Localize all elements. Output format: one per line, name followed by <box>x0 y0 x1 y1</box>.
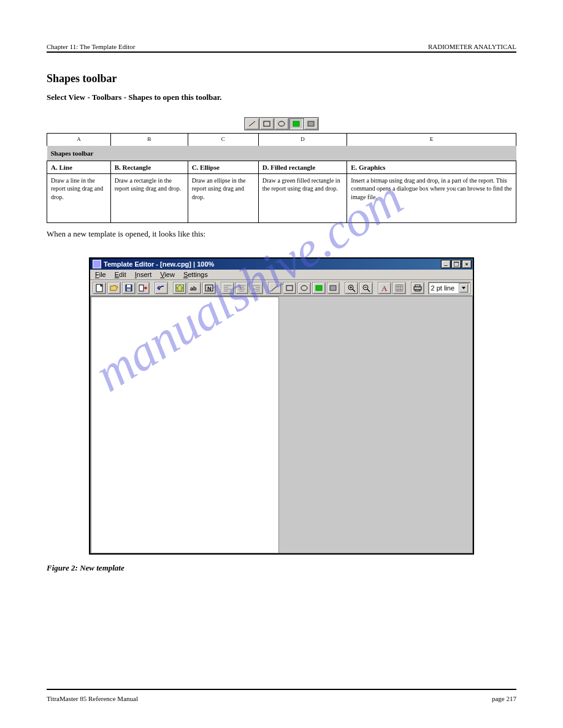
font-button[interactable]: A <box>378 282 391 294</box>
chevron-down-icon <box>459 283 469 293</box>
section-subtitle: Select View - Toolbars - Shapes to open … <box>47 93 516 102</box>
menu-view[interactable]: View <box>160 271 175 278</box>
cell-name-c: C. Ellipse <box>188 161 258 173</box>
exit-button[interactable] <box>137 282 150 294</box>
window-title: Template Editor - [new.cpg] | 100% <box>104 260 214 268</box>
svg-text:ab: ab <box>190 286 197 292</box>
header-right: RADIOMETER ANALYTICAL <box>428 43 516 50</box>
col-label-c: C <box>188 134 258 146</box>
svg-line-36 <box>353 289 355 292</box>
svg-rect-11 <box>127 289 131 291</box>
new-button[interactable] <box>93 282 106 294</box>
minimize-button[interactable]: _ <box>441 260 451 268</box>
menubar: File Edit Insert View Settings <box>90 270 473 280</box>
svg-rect-5 <box>308 122 313 126</box>
zoom-out-button[interactable] <box>359 282 373 294</box>
zoom-in-button[interactable] <box>345 282 358 294</box>
text-button[interactable]: ab <box>188 282 201 294</box>
print-button[interactable] <box>411 282 424 294</box>
canvas-background <box>279 296 473 553</box>
svg-point-2 <box>278 121 285 126</box>
footer-left: TitraMaster 85 Reference Manual <box>47 695 138 702</box>
canvas-area <box>90 296 473 553</box>
cell-name-d: D. Filled rectangle <box>258 161 347 173</box>
figure-caption: Figure 2: New template <box>47 563 516 573</box>
svg-rect-53 <box>415 290 420 291</box>
cell-desc-a: Draw a line in the report using drag and… <box>47 173 111 222</box>
toolbar-line-icon[interactable] <box>268 282 282 294</box>
svg-rect-12 <box>139 285 144 291</box>
template-editor-window: Template Editor - [new.cpg] | 100% _ × F… <box>89 257 474 555</box>
svg-rect-1 <box>264 121 270 126</box>
table-band: Shapes toolbar <box>47 146 516 161</box>
shapes-toolbar-table: A B C D E Shapes toolbar A. Line B. Rect… <box>47 113 516 223</box>
dropdown-label: 2 pt line <box>431 284 455 292</box>
grid-button[interactable] <box>393 282 406 294</box>
toolbar-filled-rectangle-icon[interactable] <box>312 282 326 294</box>
svg-rect-34 <box>331 286 335 290</box>
svg-text:N: N <box>207 286 212 292</box>
footer-rule <box>47 689 516 690</box>
svg-rect-10 <box>127 285 131 287</box>
undo-button[interactable] <box>155 282 168 294</box>
svg-rect-30 <box>286 286 293 290</box>
cell-desc-e: Insert a bitmap using drag and drop, in … <box>347 173 516 222</box>
col-label-e: E <box>347 134 516 146</box>
home-button[interactable] <box>173 282 186 294</box>
col-label-d: D <box>258 134 347 146</box>
close-button[interactable]: × <box>462 260 472 268</box>
line-weight-dropdown[interactable]: 2 pt line <box>428 282 471 294</box>
main-toolbar: ab N A 2 pt line <box>90 280 473 296</box>
open-button[interactable] <box>107 282 121 294</box>
filled-rectangle-icon <box>289 118 304 130</box>
toolbar-ellipse-icon[interactable] <box>297 282 311 294</box>
svg-rect-32 <box>316 286 322 290</box>
svg-line-29 <box>272 286 278 290</box>
ellipse-icon <box>274 118 289 130</box>
header-left: Chapter 11: The Template Editor <box>47 43 135 50</box>
cell-name-a: A. Line <box>47 161 111 173</box>
template-canvas[interactable] <box>90 296 279 553</box>
svg-point-31 <box>301 286 307 290</box>
svg-line-40 <box>367 289 370 292</box>
footer-right: page 217 <box>492 695 516 702</box>
svg-text:A: A <box>381 284 388 292</box>
col-label-b: B <box>110 134 188 146</box>
align-left-button[interactable] <box>221 282 234 294</box>
app-icon <box>93 260 101 268</box>
section-title: Shapes toolbar <box>47 72 516 85</box>
graphics-icon <box>304 118 318 130</box>
toolbar-graphics-icon[interactable] <box>327 282 340 294</box>
cell-name-e: E. Graphics <box>347 161 516 173</box>
header-rule <box>47 51 516 53</box>
toolbar-rectangle-icon[interactable] <box>283 282 296 294</box>
svg-line-0 <box>249 121 255 126</box>
svg-rect-52 <box>414 287 421 290</box>
figure-intro-para: When a new template is opened, it looks … <box>47 229 516 240</box>
maximize-button[interactable] <box>451 260 461 268</box>
cell-desc-c: Draw an ellipse in the report using drag… <box>188 173 258 222</box>
svg-rect-3 <box>293 121 299 126</box>
align-right-button[interactable] <box>250 282 263 294</box>
menu-insert[interactable]: Insert <box>135 271 152 278</box>
field-button[interactable]: N <box>202 282 216 294</box>
line-icon <box>245 118 259 130</box>
cell-name-b: B. Rectangle <box>110 161 188 173</box>
cell-desc-d: Draw a green filled rectangle in the rep… <box>258 173 347 222</box>
menu-settings[interactable]: Settings <box>183 271 208 278</box>
save-button[interactable] <box>122 282 136 294</box>
menu-edit[interactable]: Edit <box>115 271 126 278</box>
menu-file[interactable]: File <box>95 271 106 278</box>
col-label-a: A <box>47 134 111 146</box>
rectangle-icon <box>259 118 274 130</box>
shapes-toolbar-image <box>244 117 319 131</box>
align-center-button[interactable] <box>236 282 249 294</box>
cell-desc-b: Draw a rectangle in the report using dra… <box>110 173 188 222</box>
titlebar: Template Editor - [new.cpg] | 100% _ × <box>90 259 473 270</box>
